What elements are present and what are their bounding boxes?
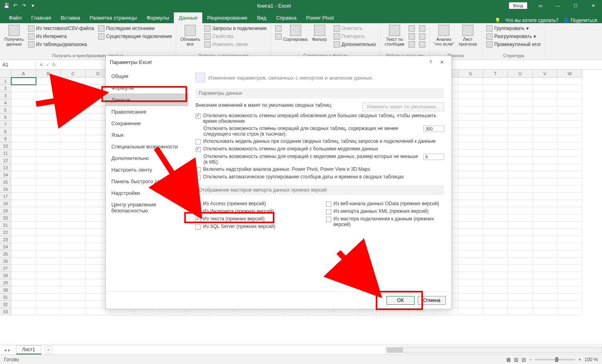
save-icon[interactable]: 💾 bbox=[3, 2, 10, 9]
cell[interactable] bbox=[36, 294, 61, 301]
cell[interactable] bbox=[558, 186, 582, 193]
cell[interactable] bbox=[483, 229, 508, 236]
row-header[interactable]: 30 bbox=[0, 286, 11, 294]
cell[interactable] bbox=[558, 142, 582, 150]
column-header[interactable]: T bbox=[483, 70, 508, 78]
cell[interactable] bbox=[508, 157, 533, 164]
cell[interactable] bbox=[533, 229, 558, 236]
cell[interactable] bbox=[458, 157, 483, 164]
row-header[interactable]: 31 bbox=[0, 294, 11, 301]
subtotal-button[interactable]: Промежуточный итог bbox=[485, 41, 542, 48]
cell[interactable] bbox=[11, 193, 36, 200]
cell[interactable] bbox=[61, 222, 86, 229]
sidebar-item[interactable]: Формулы bbox=[106, 82, 188, 94]
cell[interactable] bbox=[11, 236, 36, 243]
cell[interactable] bbox=[458, 207, 483, 214]
horizontal-scrollbar[interactable] bbox=[386, 347, 602, 353]
cell[interactable] bbox=[61, 150, 86, 157]
existing-conn-button[interactable]: Существующие подключения bbox=[97, 33, 173, 40]
cell[interactable] bbox=[11, 214, 36, 222]
cell[interactable] bbox=[508, 250, 533, 258]
cell[interactable] bbox=[36, 250, 61, 258]
redo-icon[interactable]: ↷ bbox=[21, 2, 27, 9]
row-header[interactable]: 25 bbox=[0, 250, 11, 258]
cell[interactable] bbox=[36, 186, 61, 193]
from-web-button[interactable]: Из Интернета bbox=[27, 33, 95, 40]
cell[interactable] bbox=[11, 222, 36, 229]
clear-filter-button[interactable]: Очистить bbox=[333, 25, 377, 32]
row-header[interactable]: 24 bbox=[0, 243, 11, 250]
cell[interactable] bbox=[458, 99, 483, 106]
cell[interactable] bbox=[458, 236, 483, 243]
checkbox-legacy-wizard[interactable] bbox=[326, 217, 331, 222]
cell[interactable] bbox=[533, 222, 558, 229]
row-header[interactable]: 19 bbox=[0, 207, 11, 214]
cell[interactable] bbox=[458, 272, 483, 279]
tab-file[interactable]: Файл bbox=[4, 12, 26, 23]
cell[interactable] bbox=[458, 200, 483, 207]
column-header[interactable]: C bbox=[61, 70, 86, 78]
column-header[interactable]: S bbox=[458, 70, 483, 78]
checkbox-enable-addins[interactable] bbox=[195, 167, 201, 172]
cell[interactable] bbox=[61, 157, 86, 164]
cell[interactable] bbox=[61, 142, 86, 150]
cell[interactable] bbox=[483, 258, 508, 265]
cell[interactable] bbox=[36, 286, 61, 294]
pivot-row-threshold-input[interactable]: 300 bbox=[423, 126, 444, 132]
cell[interactable] bbox=[36, 150, 61, 157]
row-header[interactable]: 18 bbox=[0, 200, 11, 207]
cell[interactable] bbox=[533, 106, 558, 114]
cell[interactable] bbox=[558, 229, 582, 236]
cell[interactable] bbox=[533, 200, 558, 207]
cell[interactable] bbox=[558, 243, 582, 250]
minimize-icon[interactable]: — bbox=[549, 0, 567, 11]
cell[interactable] bbox=[61, 250, 86, 258]
login-button[interactable]: Вход bbox=[509, 2, 528, 9]
cell[interactable] bbox=[483, 236, 508, 243]
cell[interactable] bbox=[483, 193, 508, 200]
cell[interactable] bbox=[533, 207, 558, 214]
cell[interactable] bbox=[533, 286, 558, 294]
cell[interactable] bbox=[508, 150, 533, 157]
cell[interactable] bbox=[533, 243, 558, 250]
cell[interactable] bbox=[558, 294, 582, 301]
cell[interactable] bbox=[458, 150, 483, 157]
column-header[interactable]: U bbox=[508, 70, 533, 78]
row-header[interactable]: 6 bbox=[0, 114, 11, 121]
refresh-all-button[interactable]: Обновить все bbox=[179, 25, 201, 46]
text-to-columns-button[interactable]: Текст по столбцам bbox=[384, 25, 405, 46]
cell[interactable] bbox=[533, 121, 558, 128]
cell[interactable] bbox=[508, 99, 533, 106]
cell[interactable] bbox=[11, 78, 36, 85]
row-header[interactable]: 1 bbox=[0, 78, 11, 85]
row-header[interactable]: 23 bbox=[0, 236, 11, 243]
cell[interactable] bbox=[458, 301, 483, 308]
cell[interactable] bbox=[36, 236, 61, 243]
cell[interactable] bbox=[458, 106, 483, 114]
cell[interactable] bbox=[458, 229, 483, 236]
cell[interactable] bbox=[483, 99, 508, 106]
cell[interactable] bbox=[36, 142, 61, 150]
row-header[interactable]: 27 bbox=[0, 265, 11, 272]
column-header[interactable]: B bbox=[36, 70, 61, 78]
checkbox-disable-undo-big[interactable] bbox=[195, 114, 201, 119]
tab-layout[interactable]: Разметка страницы bbox=[85, 12, 142, 23]
cell[interactable] bbox=[533, 186, 558, 193]
row-header[interactable]: 28 bbox=[0, 272, 11, 279]
cell[interactable] bbox=[558, 222, 582, 229]
cell[interactable] bbox=[483, 164, 508, 171]
cell[interactable] bbox=[508, 171, 533, 178]
cell[interactable] bbox=[61, 279, 86, 286]
row-header[interactable]: 4 bbox=[0, 99, 11, 106]
row-header[interactable]: 5 bbox=[0, 106, 11, 114]
cell[interactable] bbox=[458, 265, 483, 272]
cell[interactable] bbox=[11, 279, 36, 286]
row-header[interactable]: 16 bbox=[0, 186, 11, 193]
cell[interactable] bbox=[533, 265, 558, 272]
cell[interactable] bbox=[36, 222, 61, 229]
queries-button[interactable]: Запросы и подключения bbox=[203, 25, 268, 32]
sidebar-item[interactable]: Сохранение bbox=[106, 118, 188, 129]
cell[interactable] bbox=[36, 272, 61, 279]
cell[interactable] bbox=[483, 308, 508, 315]
cell[interactable] bbox=[61, 178, 86, 186]
